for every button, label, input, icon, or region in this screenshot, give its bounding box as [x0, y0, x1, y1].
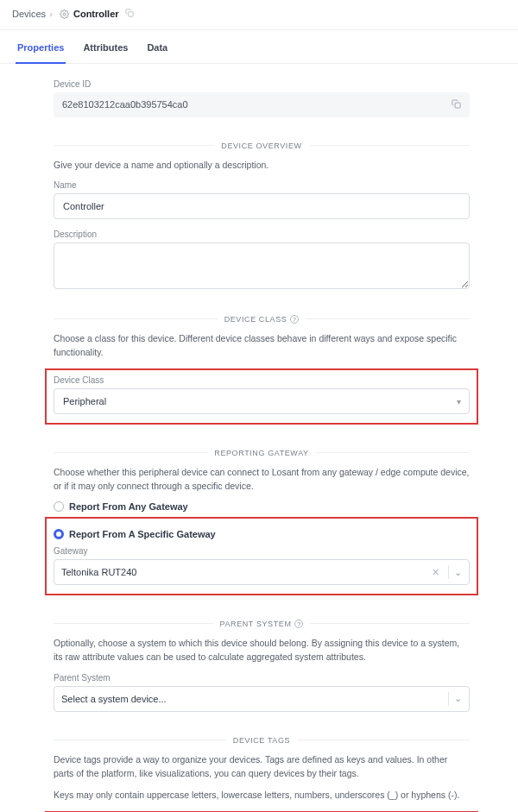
section-reporting-gateway: REPORTING GATEWAY — [54, 447, 470, 457]
parent-system-placeholder: Select a system device... — [61, 694, 443, 704]
device-class-desc: Choose a class for this device. Differen… — [54, 332, 470, 360]
gateway-desc: Choose whether this peripheral device ca… — [54, 466, 470, 494]
section-label: DEVICE CLASS ? — [218, 315, 306, 324]
device-id-box: 62e8103212caa0b395754ca0 — [54, 92, 470, 117]
device-class-highlight: Device Class Peripheral ▾ — [45, 368, 478, 425]
clear-icon[interactable]: ✕ — [432, 567, 439, 578]
description-label: Description — [54, 230, 470, 239]
gateway-field-label: Gateway — [54, 546, 470, 556]
chevron-right-icon: › — [49, 9, 53, 19]
chevron-down-icon[interactable]: ⌄ — [454, 693, 462, 704]
parent-system-desc: Optionally, choose a system to which thi… — [54, 637, 470, 664]
radio-label: Report From A Specific Gateway — [69, 529, 216, 539]
radio-label: Report From Any Gateway — [69, 501, 188, 512]
device-class-label: Device Class — [54, 375, 470, 385]
gateway-highlight: Report From A Specific Gateway Gateway T… — [45, 517, 478, 595]
radio-icon — [54, 501, 64, 512]
section-label: PARENT SYSTEM ? — [213, 620, 311, 628]
chevron-down-icon[interactable]: ⌄ — [454, 567, 462, 578]
device-id-label: Device ID — [54, 79, 470, 89]
radio-icon — [54, 529, 64, 539]
separator — [448, 692, 449, 706]
separator — [448, 565, 449, 579]
copy-icon[interactable] — [452, 99, 461, 110]
section-device-tags: DEVICE TAGS — [54, 734, 470, 745]
gateway-select[interactable]: Teltonika RUT240 ✕ ⌄ — [54, 559, 470, 585]
overview-desc: Give your device a name and optionally a… — [54, 159, 470, 173]
tab-attributes[interactable]: Attributes — [81, 30, 130, 63]
gateway-value: Teltonika RUT240 — [61, 567, 428, 577]
section-label: DEVICE TAGS — [226, 736, 297, 745]
copy-icon[interactable] — [125, 9, 134, 19]
name-input[interactable] — [54, 193, 470, 219]
section-label: DEVICE OVERVIEW — [214, 142, 308, 150]
breadcrumb: Devices › Controller — [0, 0, 518, 29]
parent-system-label: Parent System — [54, 673, 470, 683]
svg-point-0 — [63, 13, 66, 16]
gear-icon — [60, 9, 69, 21]
section-device-overview: DEVICE OVERVIEW — [54, 140, 470, 150]
parent-system-select[interactable]: Select a system device... ⌄ — [54, 686, 470, 712]
breadcrumb-title: Controller — [73, 9, 119, 19]
svg-rect-1 — [128, 12, 132, 16]
tabs: Properties Attributes Data — [0, 30, 518, 64]
section-parent-system: PARENT SYSTEM ? — [54, 618, 470, 628]
section-device-class: DEVICE CLASS ? — [54, 313, 470, 324]
name-label: Name — [54, 180, 470, 190]
description-input[interactable] — [54, 242, 470, 289]
tags-desc1: Device tags provide a way to organize yo… — [54, 753, 470, 781]
device-id-value: 62e8103212caa0b395754ca0 — [62, 99, 188, 110]
radio-any-gateway[interactable]: Report From Any Gateway — [54, 501, 470, 512]
radio-specific-gateway[interactable]: Report From A Specific Gateway — [54, 529, 470, 539]
tab-properties[interactable]: Properties — [16, 30, 66, 64]
tab-data[interactable]: Data — [145, 30, 169, 63]
device-class-select[interactable]: Peripheral — [54, 388, 470, 414]
svg-rect-2 — [455, 103, 460, 108]
tags-desc2: Keys may only contain uppercase letters,… — [54, 789, 470, 803]
section-label: REPORTING GATEWAY — [207, 449, 315, 457]
help-icon[interactable]: ? — [290, 315, 299, 324]
breadcrumb-parent[interactable]: Devices — [12, 9, 46, 19]
help-icon[interactable]: ? — [294, 620, 303, 628]
